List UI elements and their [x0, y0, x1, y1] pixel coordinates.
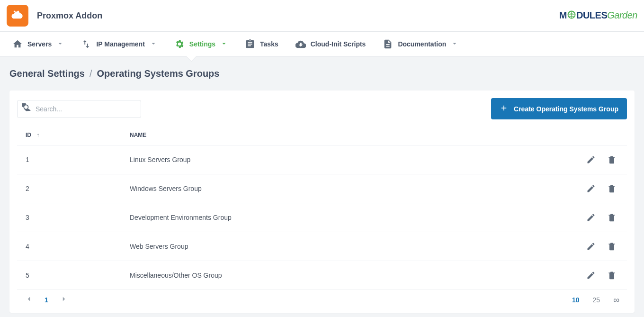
breadcrumb-separator: / — [89, 68, 92, 79]
nav-label: Cloud-Init Scripts — [311, 40, 366, 48]
column-header-actions — [570, 125, 627, 145]
breadcrumb: General Settings / Operating Systems Gro… — [9, 68, 635, 79]
cell-id: 1 — [17, 145, 121, 174]
nav-ip-management[interactable]: IP Management — [74, 34, 163, 54]
page-size-option[interactable]: 10 — [572, 296, 580, 304]
chevron-down-icon — [56, 40, 64, 49]
table-row: 1 Linux Servers Group — [17, 145, 627, 174]
table-row: 5 Miscellaneous/Other OS Group — [17, 261, 627, 290]
breadcrumb-parent[interactable]: General Settings — [9, 68, 85, 79]
cell-name: Web Servers Group — [121, 232, 570, 261]
delete-button[interactable] — [605, 211, 618, 224]
create-button-label: Create Operating Systems Group — [514, 105, 618, 113]
edit-button[interactable] — [584, 269, 598, 282]
cell-id: 3 — [17, 203, 121, 232]
chevron-down-icon — [220, 40, 228, 49]
cell-actions — [570, 261, 627, 290]
gear-icon — [174, 39, 185, 49]
nav-cloud-init[interactable]: Cloud-Init Scripts — [289, 34, 373, 54]
delete-button[interactable] — [605, 240, 618, 253]
header-left: Proxmox Addon — [7, 5, 102, 27]
cloud-download-icon — [295, 39, 306, 49]
chevron-down-icon — [451, 40, 458, 49]
page-size-option[interactable]: ∞ — [613, 297, 619, 303]
search-icon — [22, 103, 32, 115]
current-page[interactable]: 1 — [45, 296, 48, 304]
cell-actions — [570, 203, 627, 232]
cell-name: Windows Servers Group — [121, 174, 570, 203]
breadcrumb-current: Operating Systems Groups — [97, 68, 220, 79]
os-groups-card: Create Operating Systems Group ID ↑ NAME… — [9, 91, 635, 313]
create-os-group-button[interactable]: Create Operating Systems Group — [491, 98, 627, 119]
content-area: General Settings / Operating Systems Gro… — [0, 57, 644, 317]
table-row: 3 Development Environments Group — [17, 203, 627, 232]
app-title: Proxmox Addon — [37, 11, 102, 21]
page-prev-button[interactable] — [25, 295, 33, 305]
nav-settings[interactable]: Settings — [168, 34, 234, 54]
clipboard-icon — [245, 39, 255, 49]
edit-button[interactable] — [584, 240, 598, 253]
delete-button[interactable] — [605, 269, 618, 282]
nav-servers[interactable]: Servers — [6, 34, 71, 54]
app-logo — [7, 5, 28, 27]
cell-name: Development Environments Group — [121, 203, 570, 232]
delete-button[interactable] — [605, 153, 618, 166]
cell-id: 2 — [17, 174, 121, 203]
edit-button[interactable] — [584, 153, 598, 166]
nav-documentation[interactable]: Documentation — [376, 34, 465, 54]
document-icon — [383, 39, 393, 49]
home-icon — [12, 39, 23, 49]
cell-actions — [570, 145, 627, 174]
swap-vert-icon — [81, 39, 91, 49]
plus-icon — [500, 104, 508, 114]
brand-logo: MDULESGarden — [559, 10, 637, 21]
app-header: Proxmox Addon MDULESGarden — [0, 0, 644, 31]
table-row: 4 Web Servers Group — [17, 232, 627, 261]
cell-actions — [570, 232, 627, 261]
sort-asc-icon: ↑ — [36, 132, 39, 138]
cell-id: 4 — [17, 232, 121, 261]
search-input[interactable] — [36, 105, 136, 113]
cell-name: Linux Servers Group — [121, 145, 570, 174]
nav-label: IP Management — [96, 40, 144, 48]
cell-actions — [570, 174, 627, 203]
chevron-down-icon — [150, 40, 157, 49]
delete-button[interactable] — [605, 182, 618, 195]
column-header-id[interactable]: ID ↑ — [17, 125, 121, 145]
search-box[interactable] — [17, 100, 141, 118]
card-toolbar: Create Operating Systems Group — [17, 98, 627, 119]
table-row: 2 Windows Servers Group — [17, 174, 627, 203]
nav-label: Tasks — [260, 40, 278, 48]
main-nav: Servers IP Management Settings Tasks Clo… — [0, 31, 644, 57]
cell-name: Miscellaneous/Other OS Group — [121, 261, 570, 290]
page-next-button[interactable] — [60, 295, 68, 305]
column-header-name[interactable]: NAME — [121, 125, 570, 145]
os-groups-table: ID ↑ NAME 1 Linux Servers Group 2 Window… — [17, 125, 627, 290]
page-size-selector: 1025∞ — [572, 296, 619, 304]
svg-point-0 — [14, 10, 16, 12]
page-size-option[interactable]: 25 — [593, 296, 600, 304]
cell-id: 5 — [17, 261, 121, 290]
edit-button[interactable] — [584, 182, 598, 195]
pagination: 1 1025∞ — [17, 290, 627, 309]
nav-tasks[interactable]: Tasks — [238, 34, 285, 54]
nav-label: Settings — [189, 40, 215, 48]
pagination-left: 1 — [25, 295, 68, 305]
edit-button[interactable] — [584, 211, 598, 224]
nav-label: Documentation — [398, 40, 446, 48]
nav-label: Servers — [27, 40, 52, 48]
